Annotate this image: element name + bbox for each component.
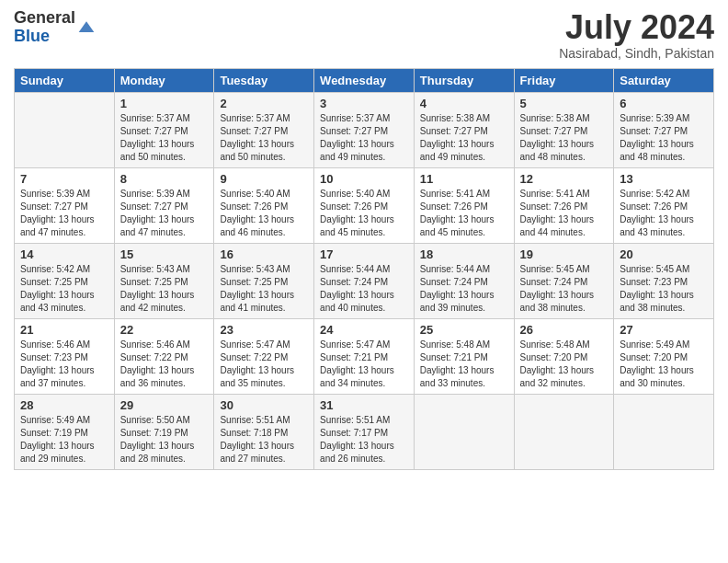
day-info: Sunrise: 5:47 AM Sunset: 7:21 PM Dayligh… bbox=[320, 339, 394, 388]
day-number: 10 bbox=[320, 172, 408, 186]
week-row-3: 14Sunrise: 5:42 AM Sunset: 7:25 PM Dayli… bbox=[15, 243, 714, 318]
day-number: 17 bbox=[320, 247, 408, 261]
day-number: 26 bbox=[520, 323, 609, 337]
calendar-cell: 4Sunrise: 5:38 AM Sunset: 7:27 PM Daylig… bbox=[414, 92, 514, 167]
calendar-cell: 30Sunrise: 5:51 AM Sunset: 7:18 PM Dayli… bbox=[214, 394, 314, 469]
day-info: Sunrise: 5:37 AM Sunset: 7:27 PM Dayligh… bbox=[120, 113, 195, 162]
calendar-cell: 1Sunrise: 5:37 AM Sunset: 7:27 PM Daylig… bbox=[114, 92, 214, 167]
calendar-cell bbox=[414, 394, 514, 469]
day-info: Sunrise: 5:50 AM Sunset: 7:19 PM Dayligh… bbox=[120, 415, 195, 464]
day-info: Sunrise: 5:41 AM Sunset: 7:26 PM Dayligh… bbox=[520, 189, 595, 237]
day-number: 3 bbox=[320, 97, 408, 110]
day-info: Sunrise: 5:42 AM Sunset: 7:25 PM Dayligh… bbox=[20, 264, 95, 313]
day-number: 4 bbox=[420, 97, 508, 110]
week-row-2: 7Sunrise: 5:39 AM Sunset: 7:27 PM Daylig… bbox=[15, 167, 714, 243]
calendar-cell: 21Sunrise: 5:46 AM Sunset: 7:23 PM Dayli… bbox=[15, 318, 115, 394]
col-header-tuesday: Tuesday bbox=[214, 68, 314, 92]
calendar-cell: 13Sunrise: 5:42 AM Sunset: 7:26 PM Dayli… bbox=[614, 167, 714, 243]
day-info: Sunrise: 5:51 AM Sunset: 7:17 PM Dayligh… bbox=[320, 415, 394, 464]
calendar-cell: 2Sunrise: 5:37 AM Sunset: 7:27 PM Daylig… bbox=[214, 92, 314, 167]
day-number: 28 bbox=[20, 398, 108, 412]
calendar-cell: 19Sunrise: 5:45 AM Sunset: 7:24 PM Dayli… bbox=[514, 243, 614, 318]
calendar-cell: 14Sunrise: 5:42 AM Sunset: 7:25 PM Dayli… bbox=[15, 243, 115, 318]
calendar-cell: 22Sunrise: 5:46 AM Sunset: 7:22 PM Dayli… bbox=[114, 318, 214, 394]
col-header-thursday: Thursday bbox=[414, 68, 514, 92]
day-info: Sunrise: 5:46 AM Sunset: 7:23 PM Dayligh… bbox=[20, 339, 95, 388]
day-number: 31 bbox=[320, 398, 408, 412]
day-number: 1 bbox=[120, 97, 209, 110]
day-info: Sunrise: 5:41 AM Sunset: 7:26 PM Dayligh… bbox=[420, 189, 495, 237]
week-row-4: 21Sunrise: 5:46 AM Sunset: 7:23 PM Dayli… bbox=[15, 318, 714, 394]
calendar-cell: 23Sunrise: 5:47 AM Sunset: 7:22 PM Dayli… bbox=[214, 318, 314, 394]
day-info: Sunrise: 5:47 AM Sunset: 7:22 PM Dayligh… bbox=[220, 339, 294, 388]
calendar-cell: 24Sunrise: 5:47 AM Sunset: 7:21 PM Dayli… bbox=[314, 318, 415, 394]
month-title: July 2024 bbox=[559, 9, 714, 46]
col-header-wednesday: Wednesday bbox=[314, 68, 415, 92]
calendar-cell: 6Sunrise: 5:39 AM Sunset: 7:27 PM Daylig… bbox=[614, 92, 714, 167]
day-number: 30 bbox=[220, 398, 308, 412]
day-info: Sunrise: 5:39 AM Sunset: 7:27 PM Dayligh… bbox=[20, 189, 95, 237]
day-info: Sunrise: 5:37 AM Sunset: 7:27 PM Dayligh… bbox=[320, 113, 394, 162]
calendar-table: SundayMondayTuesdayWednesdayThursdayFrid… bbox=[14, 68, 714, 470]
calendar-cell: 31Sunrise: 5:51 AM Sunset: 7:17 PM Dayli… bbox=[314, 394, 415, 469]
logo-icon bbox=[77, 18, 96, 37]
col-header-sunday: Sunday bbox=[15, 68, 115, 92]
day-info: Sunrise: 5:51 AM Sunset: 7:18 PM Dayligh… bbox=[220, 415, 294, 464]
calendar-cell: 20Sunrise: 5:45 AM Sunset: 7:23 PM Dayli… bbox=[614, 243, 714, 318]
day-info: Sunrise: 5:40 AM Sunset: 7:26 PM Dayligh… bbox=[320, 189, 394, 237]
calendar-cell: 9Sunrise: 5:40 AM Sunset: 7:26 PM Daylig… bbox=[214, 167, 314, 243]
calendar-cell: 15Sunrise: 5:43 AM Sunset: 7:25 PM Dayli… bbox=[114, 243, 214, 318]
day-number: 29 bbox=[120, 398, 209, 412]
day-info: Sunrise: 5:49 AM Sunset: 7:20 PM Dayligh… bbox=[620, 339, 694, 388]
col-header-friday: Friday bbox=[514, 68, 614, 92]
day-info: Sunrise: 5:44 AM Sunset: 7:24 PM Dayligh… bbox=[420, 264, 495, 313]
calendar-cell: 7Sunrise: 5:39 AM Sunset: 7:27 PM Daylig… bbox=[15, 167, 115, 243]
day-number: 11 bbox=[420, 172, 508, 186]
day-number: 16 bbox=[220, 247, 308, 261]
calendar-cell: 27Sunrise: 5:49 AM Sunset: 7:20 PM Dayli… bbox=[614, 318, 714, 394]
day-number: 2 bbox=[220, 97, 308, 110]
day-info: Sunrise: 5:43 AM Sunset: 7:25 PM Dayligh… bbox=[220, 264, 294, 313]
calendar-cell: 17Sunrise: 5:44 AM Sunset: 7:24 PM Dayli… bbox=[314, 243, 415, 318]
day-info: Sunrise: 5:42 AM Sunset: 7:26 PM Dayligh… bbox=[620, 189, 694, 237]
header-row: SundayMondayTuesdayWednesdayThursdayFrid… bbox=[15, 68, 714, 92]
day-info: Sunrise: 5:44 AM Sunset: 7:24 PM Dayligh… bbox=[320, 264, 394, 313]
day-info: Sunrise: 5:38 AM Sunset: 7:27 PM Dayligh… bbox=[520, 113, 595, 162]
day-info: Sunrise: 5:49 AM Sunset: 7:19 PM Dayligh… bbox=[20, 415, 95, 464]
day-info: Sunrise: 5:38 AM Sunset: 7:27 PM Dayligh… bbox=[420, 113, 495, 162]
logo-general-text: General bbox=[14, 9, 75, 28]
day-info: Sunrise: 5:45 AM Sunset: 7:23 PM Dayligh… bbox=[620, 264, 694, 313]
day-number: 27 bbox=[620, 323, 708, 337]
calendar-cell: 18Sunrise: 5:44 AM Sunset: 7:24 PM Dayli… bbox=[414, 243, 514, 318]
day-number: 25 bbox=[420, 323, 508, 337]
page-header: General Blue July 2024 Nasirabad, Sindh,… bbox=[14, 9, 714, 61]
calendar-cell: 28Sunrise: 5:49 AM Sunset: 7:19 PM Dayli… bbox=[15, 394, 115, 469]
day-number: 13 bbox=[620, 172, 708, 186]
day-info: Sunrise: 5:43 AM Sunset: 7:25 PM Dayligh… bbox=[120, 264, 195, 313]
day-number: 6 bbox=[620, 97, 708, 110]
day-info: Sunrise: 5:48 AM Sunset: 7:21 PM Dayligh… bbox=[420, 339, 495, 388]
calendar-cell: 16Sunrise: 5:43 AM Sunset: 7:25 PM Dayli… bbox=[214, 243, 314, 318]
calendar-cell: 25Sunrise: 5:48 AM Sunset: 7:21 PM Dayli… bbox=[414, 318, 514, 394]
calendar-cell: 3Sunrise: 5:37 AM Sunset: 7:27 PM Daylig… bbox=[314, 92, 415, 167]
day-number: 23 bbox=[220, 323, 308, 337]
calendar-cell: 10Sunrise: 5:40 AM Sunset: 7:26 PM Dayli… bbox=[314, 167, 415, 243]
week-row-1: 1Sunrise: 5:37 AM Sunset: 7:27 PM Daylig… bbox=[15, 92, 714, 167]
day-number: 15 bbox=[120, 247, 209, 261]
day-number: 9 bbox=[220, 172, 308, 186]
location: Nasirabad, Sindh, Pakistan bbox=[559, 46, 714, 61]
day-number: 21 bbox=[20, 323, 108, 337]
day-info: Sunrise: 5:39 AM Sunset: 7:27 PM Dayligh… bbox=[620, 113, 694, 162]
day-info: Sunrise: 5:37 AM Sunset: 7:27 PM Dayligh… bbox=[220, 113, 294, 162]
calendar-cell: 8Sunrise: 5:39 AM Sunset: 7:27 PM Daylig… bbox=[114, 167, 214, 243]
logo: General Blue bbox=[14, 9, 96, 46]
day-number: 14 bbox=[20, 247, 108, 261]
day-info: Sunrise: 5:48 AM Sunset: 7:20 PM Dayligh… bbox=[520, 339, 595, 388]
day-number: 19 bbox=[520, 247, 609, 261]
day-number: 22 bbox=[120, 323, 209, 337]
calendar-cell bbox=[514, 394, 614, 469]
day-number: 8 bbox=[120, 172, 209, 186]
day-number: 7 bbox=[20, 172, 108, 186]
col-header-saturday: Saturday bbox=[614, 68, 714, 92]
calendar-cell: 12Sunrise: 5:41 AM Sunset: 7:26 PM Dayli… bbox=[514, 167, 614, 243]
